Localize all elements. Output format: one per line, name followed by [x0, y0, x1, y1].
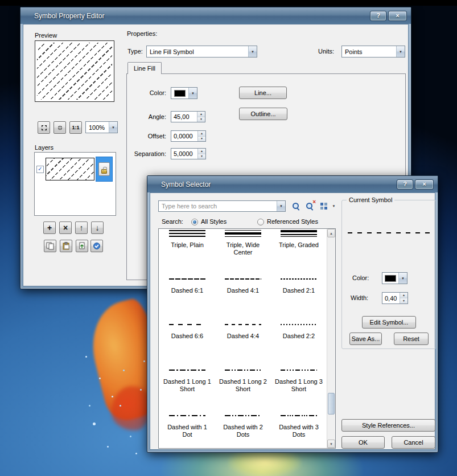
property-editor-help-button[interactable]: ? — [370, 11, 386, 21]
current-symbol-preview — [348, 232, 431, 233]
separation-input[interactable]: 5,0000 ▲ ▼ — [171, 148, 206, 159]
width-spin-down-icon[interactable]: ▼ — [400, 298, 407, 303]
property-editor-close-button[interactable]: × — [388, 11, 407, 21]
search-dropdown-arrow-icon[interactable]: ▼ — [277, 201, 285, 211]
property-editor-titlebar[interactable]: Symbol Property Editor ? × — [20, 7, 411, 24]
type-dropdown-arrow-icon[interactable]: ▼ — [248, 46, 257, 57]
symbol-line-glyph — [225, 230, 261, 237]
arrow-up-icon: ↑ — [80, 224, 84, 232]
clear-search-button[interactable]: × — [303, 200, 316, 212]
width-spin-up-icon[interactable]: ▲ — [400, 293, 407, 298]
search-button[interactable] — [290, 200, 302, 212]
symbol-item[interactable]: Dashed with 3 Dots — [271, 397, 327, 443]
symbol-item-label: Dashed with 2 Dots — [219, 424, 267, 438]
symbol-selector-help-button[interactable]: ? — [397, 179, 413, 190]
fill-color-dropdown-arrow-icon[interactable]: ▼ — [188, 88, 197, 99]
delete-layer-button[interactable]: × — [59, 221, 72, 234]
copy-layer-button[interactable] — [44, 240, 56, 252]
symbol-item[interactable]: Dashed 2:2 — [271, 306, 327, 352]
zoom-one-to-one-button[interactable]: 1:1 — [69, 121, 82, 134]
search-input[interactable] — [159, 201, 277, 211]
wallpaper-sparkles — [85, 356, 87, 358]
layer-symbol-swatch[interactable] — [46, 158, 94, 180]
symbol-item[interactable]: Dashed 1 Long 3 Short — [271, 352, 327, 397]
layer-visibility-checkbox[interactable]: ✓ — [36, 166, 44, 173]
layer-lock-button[interactable] — [98, 162, 110, 176]
paste-layer-button[interactable] — [60, 240, 72, 252]
symbol-item[interactable]: Dashed with 1 Dot — [159, 397, 215, 443]
symbol-item[interactable]: Dashed 1 Long 1 Short — [159, 352, 215, 397]
symbol-item[interactable]: Dashed 2:1 — [271, 261, 327, 306]
units-dropdown-arrow-icon[interactable]: ▼ — [396, 46, 405, 57]
outline-button[interactable]: Outline... — [239, 108, 287, 120]
save-as-button[interactable]: Save As... — [349, 333, 382, 345]
symbol-selector-titlebar[interactable]: Symbol Selector ? × — [147, 176, 438, 192]
one-to-one-icon: 1:1 — [72, 125, 79, 130]
offset-spin-buttons: ▲ ▼ — [197, 131, 205, 141]
scroll-down-button[interactable]: ▼ — [327, 440, 335, 448]
symbol-preview-hatch — [37, 43, 112, 100]
separation-spin-down-icon[interactable]: ▼ — [198, 154, 205, 159]
symbol-list[interactable]: Triple, Plain Triple, Wide Center Triple… — [158, 228, 336, 449]
current-symbol-group: Current Symbol Color: ▼ Width: 0,40 ▲ ▼ — [341, 200, 436, 349]
zoom-expand-button[interactable] — [53, 121, 66, 134]
symbol-item[interactable]: Dashed 4:1 — [215, 261, 271, 306]
scrollbar-thumb[interactable] — [328, 393, 335, 415]
layers-list[interactable]: ✓ — [34, 152, 116, 216]
offset-value: 0,0000 — [171, 131, 197, 141]
radio-all-styles[interactable] — [191, 219, 198, 225]
symbol-item[interactable]: Dashed 4:4 — [215, 306, 271, 352]
symbol-selector-close-button[interactable]: × — [415, 179, 434, 190]
move-layer-down-button[interactable]: ↓ — [91, 221, 104, 234]
cancel-button[interactable]: Cancel — [392, 436, 435, 449]
symbol-color-field — [382, 273, 398, 284]
type-combo[interactable]: Line Fill Symbol ▼ — [146, 46, 257, 58]
symbol-color-picker[interactable]: ▼ — [382, 272, 407, 284]
layer-row[interactable]: ✓ — [36, 157, 114, 182]
angle-spin-down-icon[interactable]: ▼ — [197, 117, 205, 122]
symbol-item-label: Dashed with 3 Dots — [274, 424, 323, 438]
offset-spin-down-icon[interactable]: ▼ — [198, 136, 205, 142]
validate-layer-button[interactable] — [90, 240, 103, 252]
zoom-dropdown-arrow-icon[interactable]: ▼ — [109, 122, 117, 133]
symbol-item[interactable]: Dashed 6:6 — [159, 306, 215, 352]
check-seal-icon — [93, 242, 101, 250]
view-mode-button[interactable] — [318, 200, 330, 212]
add-layer-button[interactable]: + — [43, 221, 56, 234]
symbol-item[interactable]: Triple, Wide Center — [215, 228, 271, 261]
symbol-item[interactable]: Dashed 1 Long 2 Short — [215, 352, 271, 397]
width-input[interactable]: 0,40 ▲ ▼ — [382, 292, 408, 304]
view-mode-dropdown[interactable]: ▼ — [330, 200, 337, 212]
symbol-item[interactable]: Dashed with 2 Dots — [215, 397, 271, 443]
search-combo[interactable]: ▼ — [158, 200, 286, 212]
units-label: Units: — [318, 48, 334, 55]
line-button[interactable]: Line... — [239, 87, 287, 99]
units-combo[interactable]: Points ▼ — [341, 46, 405, 58]
symbol-list-scrollbar[interactable]: ▲ ▼ — [327, 229, 335, 448]
separation-spin-up-icon[interactable]: ▲ — [198, 149, 205, 154]
symbol-item[interactable]: Triple, Graded — [271, 228, 327, 261]
width-value: 0,40 — [382, 293, 400, 303]
style-references-button[interactable]: Style References... — [341, 419, 435, 432]
offset-input[interactable]: 0,0000 ▲ ▼ — [171, 130, 206, 142]
radio-referenced-styles[interactable] — [257, 219, 264, 225]
reset-button[interactable]: Reset — [394, 333, 429, 345]
load-layer-button[interactable] — [76, 240, 88, 252]
angle-spin-up-icon[interactable]: ▲ — [197, 112, 205, 117]
zoom-level-combo[interactable]: 100% ▼ — [85, 121, 118, 133]
tab-line-fill[interactable]: Line Fill — [127, 62, 162, 74]
zoom-fit-button[interactable] — [38, 121, 50, 134]
fill-color-picker[interactable]: ▼ — [171, 87, 197, 99]
symbol-item[interactable]: Dashed 6:1 — [159, 261, 215, 306]
ok-button[interactable]: OK — [341, 436, 385, 449]
symbol-item[interactable]: Triple, Plain — [159, 228, 215, 261]
offset-spin-up-icon[interactable]: ▲ — [198, 131, 205, 136]
angle-input[interactable]: 45,00 ▲ ▼ — [171, 111, 205, 122]
edit-symbol-button[interactable]: Edit Symbol... — [362, 316, 416, 329]
symbol-color-dropdown-arrow-icon[interactable]: ▼ — [398, 273, 407, 284]
move-layer-up-button[interactable]: ↑ — [75, 221, 88, 234]
symbol-item-preview — [281, 276, 317, 282]
scroll-up-button[interactable]: ▲ — [327, 229, 335, 237]
layer-lock-cell[interactable] — [96, 157, 113, 182]
tab-line-fill-label: Line Fill — [134, 65, 155, 72]
